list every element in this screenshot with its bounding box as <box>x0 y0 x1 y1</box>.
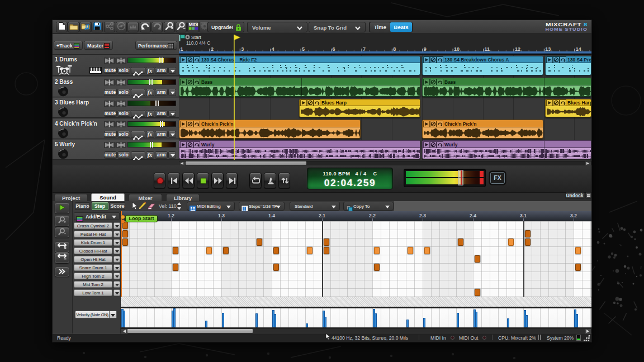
svg-text:14: 14 <box>576 46 581 52</box>
svg-text:1: 1 <box>181 46 183 52</box>
svg-text:7: 7 <box>363 46 366 52</box>
svg-text:8: 8 <box>393 46 396 52</box>
svg-text:Start: Start <box>191 35 202 40</box>
svg-text:9: 9 <box>424 46 427 52</box>
svg-text:MIDI: MIDI <box>188 22 198 27</box>
svg-text:6: 6 <box>333 46 335 52</box>
svg-text:11: 11 <box>485 46 490 52</box>
svg-text:3: 3 <box>241 46 244 52</box>
svg-text:4: 4 <box>272 46 274 52</box>
svg-text:110.0 4/4 C: 110.0 4/4 C <box>186 40 210 46</box>
svg-text:5: 5 <box>302 46 305 52</box>
svg-text:12: 12 <box>515 46 520 52</box>
svg-text:2: 2 <box>211 46 214 52</box>
svg-text:10: 10 <box>454 46 460 52</box>
svg-text:13: 13 <box>545 46 551 52</box>
